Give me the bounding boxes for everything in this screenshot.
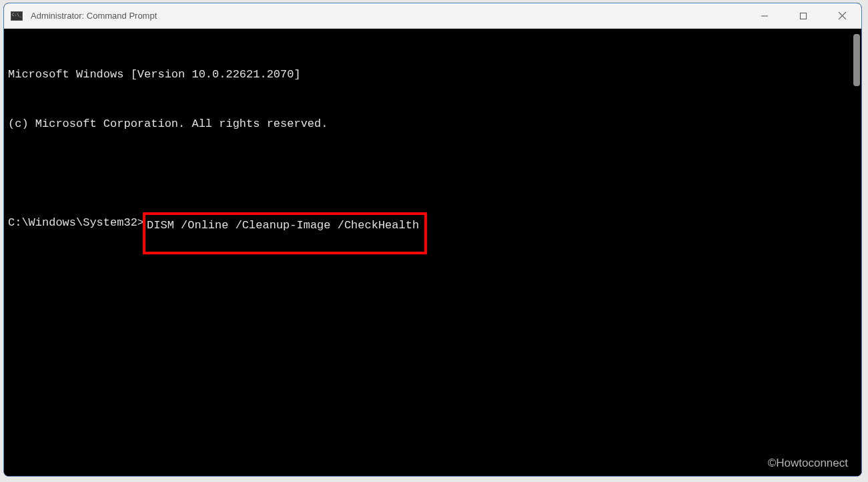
titlebar[interactable]: Administrator: Command Prompt <box>4 3 861 29</box>
prompt-line: C:\Windows\System32>DISM /Online /Cleanu… <box>8 215 861 257</box>
version-line: Microsoft Windows [Version 10.0.22621.20… <box>8 67 861 83</box>
prompt-path: C:\Windows\System32> <box>8 215 144 257</box>
svg-rect-1 <box>801 13 807 19</box>
maximize-button[interactable] <box>784 3 823 28</box>
scrollbar-track[interactable] <box>851 29 861 476</box>
command-prompt-window: Administrator: Command Prompt Microsoft … <box>3 3 862 477</box>
close-button[interactable] <box>823 3 861 28</box>
cmd-icon <box>11 11 23 21</box>
highlighted-command: DISM /Online /Cleanup-Image /CheckHealth <box>143 212 427 254</box>
window-title: Administrator: Command Prompt <box>31 11 745 21</box>
terminal-area[interactable]: Microsoft Windows [Version 10.0.22621.20… <box>4 29 861 476</box>
minimize-button[interactable] <box>745 3 784 28</box>
terminal-output: Microsoft Windows [Version 10.0.22621.20… <box>8 34 861 290</box>
copyright-line: (c) Microsoft Corporation. All rights re… <box>8 116 861 133</box>
scrollbar-thumb[interactable] <box>853 34 860 86</box>
watermark-text: ©Howtoconnect <box>768 457 848 470</box>
window-controls <box>745 3 861 28</box>
